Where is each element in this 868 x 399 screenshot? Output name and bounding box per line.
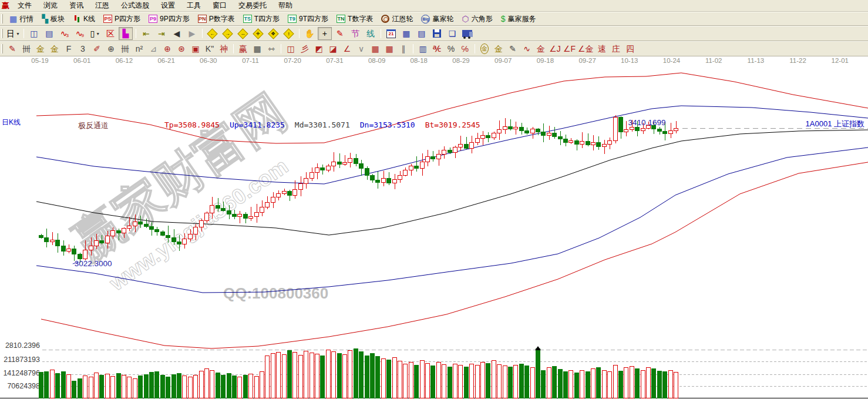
9P四方形-button[interactable]: P99P四方形: [144, 12, 194, 25]
angle-f-tool[interactable]: ∠F: [563, 43, 576, 55]
menu-item-0[interactable]: 文件: [12, 1, 38, 11]
fan-box-tool-1[interactable]: ◩: [312, 43, 325, 55]
gold-lines-tool[interactable]: 金: [492, 43, 505, 55]
next-button[interactable]: ▶: [185, 27, 199, 40]
hand-tool-button[interactable]: ✋: [302, 27, 317, 40]
extreme-reversal-button[interactable]: 区: [103, 27, 117, 40]
menu-item-7[interactable]: 窗口: [207, 1, 233, 11]
last-page-button[interactable]: ⇥: [154, 27, 169, 40]
first-page-button[interactable]: ⇤: [139, 27, 153, 40]
marker-tool-button[interactable]: ✎: [333, 27, 347, 40]
slant-lines-tool[interactable]: ∥: [397, 43, 410, 55]
color-kline-button[interactable]: ▙: [119, 27, 133, 40]
江恩轮-button[interactable]: 江恩轮: [377, 12, 417, 25]
period-day-button[interactable]: 日▼: [6, 27, 21, 40]
percent-line-tool-1[interactable]: ℀: [430, 43, 443, 55]
ying-grid-tool[interactable]: 赢: [237, 43, 250, 55]
number-grid-tool[interactable]: ▦: [251, 43, 264, 55]
fan-box-tool-2[interactable]: ◪: [327, 43, 339, 55]
pan-right-button[interactable]: →: [221, 27, 235, 40]
menu-item-4[interactable]: 公式选股: [115, 1, 155, 11]
line-tool-button[interactable]: 线: [364, 27, 378, 40]
menu-item-9[interactable]: 帮助: [272, 1, 298, 11]
notes-tool-button[interactable]: ▤: [415, 27, 429, 40]
赢家轮-button[interactable]: Big赢家轮: [417, 12, 457, 25]
gann-pen-tool[interactable]: ✎: [6, 43, 19, 55]
wave3-button[interactable]: ∿3: [58, 27, 72, 40]
angle-gold-tool[interactable]: ∠金: [577, 43, 594, 55]
zigzag-tool[interactable]: ∨: [355, 43, 368, 55]
circle-cross-tool[interactable]: ⊕: [161, 43, 174, 55]
板块-button[interactable]: ▚板块: [38, 12, 69, 25]
n2-grid-tool[interactable]: n²: [133, 43, 146, 55]
angle-j-tool[interactable]: ∠J: [549, 43, 561, 55]
zhuang-angle-tool[interactable]: 庄: [610, 43, 623, 55]
grid-lines-tool[interactable]: 卌: [20, 43, 33, 55]
angle-rays-tool[interactable]: ∠: [341, 43, 354, 55]
four-angle-tool[interactable]: 四: [624, 43, 637, 55]
chart-area[interactable]: 日K线 极反通道 Tp=3508.9845Up=3411.8235Md=3301…: [0, 56, 868, 399]
赢家服务-button[interactable]: $赢家服务: [497, 12, 540, 25]
dark-pen-tool[interactable]: ✎: [506, 43, 519, 55]
menu-item-6[interactable]: 工具: [181, 1, 207, 11]
gold-grid-tool-2[interactable]: 金: [48, 43, 61, 55]
time-circle-tool[interactable]: ⊕: [105, 43, 117, 55]
menu-item-5[interactable]: 设置: [155, 1, 181, 11]
percent-line-tool-2[interactable]: ℅: [459, 43, 472, 55]
六角形-button[interactable]: ⬡六角形: [457, 12, 496, 25]
P数字表-button[interactable]: PNP数字表: [194, 12, 239, 25]
dark-pen-tool-icon: ✎: [509, 45, 516, 53]
knot-tool-button[interactable]: 节: [348, 27, 362, 40]
pan-left-button[interactable]: ←: [206, 27, 220, 40]
export-tool-button[interactable]: ❏: [445, 27, 459, 40]
menu-item-3[interactable]: 江恩: [89, 1, 115, 11]
calendar-tool-button[interactable]: 21: [384, 27, 398, 40]
speed-angle-tool[interactable]: 速: [596, 43, 608, 55]
menu-item-1[interactable]: 浏览: [38, 1, 63, 11]
menu-item-8[interactable]: 交易委托: [233, 1, 272, 11]
gold-circle-tool[interactable]: 金: [478, 43, 491, 55]
9T四方形-button[interactable]: T99T四方形: [284, 12, 332, 25]
wave9-button[interactable]: ∿9: [73, 27, 87, 40]
zoom-window-button[interactable]: ◫: [27, 27, 41, 40]
wave-box-tool[interactable]: ∿: [520, 43, 533, 55]
zoom-in-button[interactable]: ✛: [251, 27, 265, 40]
hash-tool[interactable]: 卌: [119, 43, 132, 55]
arc3-tool[interactable]: 3: [76, 43, 89, 55]
square-target-tool[interactable]: ▣: [189, 43, 202, 55]
T四方形-button[interactable]: TST四方形: [239, 12, 284, 25]
measure-tool[interactable]: ⇿: [265, 43, 278, 55]
menu-item-2[interactable]: 资讯: [63, 1, 89, 11]
f-grid-tool[interactable]: F: [62, 43, 75, 55]
red-grid-tool-1[interactable]: ▦: [369, 43, 382, 55]
gold-underline-tool[interactable]: 金: [534, 43, 547, 55]
angle-sail-tool[interactable]: ⊿: [147, 43, 160, 55]
period-label[interactable]: 日K线: [2, 118, 21, 128]
k-ticks-tool[interactable]: K": [203, 43, 216, 55]
zoom-all-button[interactable]: ✥: [267, 27, 281, 40]
crosshair-tool-button[interactable]: +: [318, 27, 332, 40]
gold-grid-tool-1[interactable]: 金: [34, 43, 47, 55]
calculator-tool-button[interactable]: ▦: [399, 27, 413, 40]
box-frame-tool[interactable]: ◫: [284, 43, 297, 55]
save-tool-button[interactable]: [430, 27, 444, 40]
percent-tool[interactable]: %: [445, 43, 457, 55]
starburst-tool[interactable]: ⊛: [175, 43, 188, 55]
candle-style-button[interactable]: ▯▼: [88, 27, 102, 40]
K线-button[interactable]: K线: [69, 12, 99, 25]
blue-table-tool[interactable]: ▥: [416, 43, 429, 55]
pan-vert-button[interactable]: ↕: [282, 27, 296, 40]
info-panel-button[interactable]: ▤: [42, 27, 56, 40]
行情-button[interactable]: ▦行情: [5, 12, 38, 25]
pan-both-button[interactable]: ↔: [236, 27, 250, 40]
shen-grid-tool[interactable]: 神: [217, 43, 230, 55]
red-grid-tool-2[interactable]: ▦: [383, 43, 396, 55]
order-truck-tool-button[interactable]: [460, 27, 475, 40]
ray-fan-tool[interactable]: 彡: [298, 43, 311, 55]
kline-chart-canvas[interactable]: 赢家财富网www.yingjia360.comQQ:10080036005-19…: [0, 56, 868, 399]
pen-grid-tool[interactable]: ✐: [90, 43, 103, 55]
prev-button[interactable]: ◀: [170, 27, 184, 40]
candle: [409, 166, 413, 170]
P四方形-button[interactable]: PSP四方形: [99, 12, 144, 25]
T数字表-button[interactable]: TNT数字表: [332, 12, 377, 25]
